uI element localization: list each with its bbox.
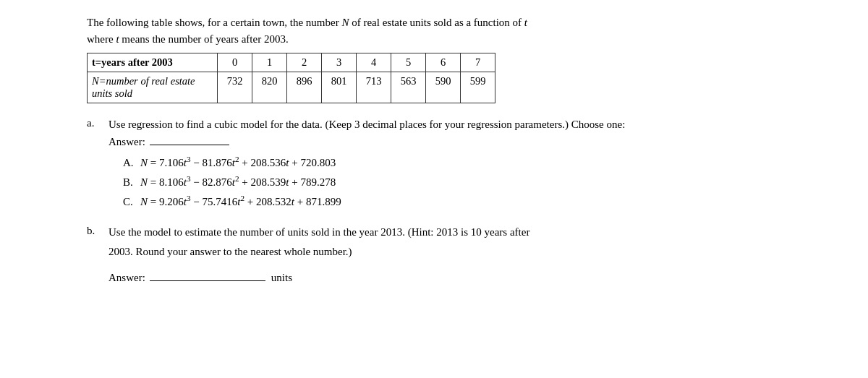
part-b-units: units (271, 272, 292, 284)
table-N4: 713 (357, 72, 391, 103)
table-N6: 590 (426, 72, 461, 103)
intro-line2rest: means the number of years after 2003. (119, 33, 289, 45)
table-t6: 6 (426, 53, 461, 72)
table-t3: 3 (322, 53, 357, 72)
table-N1: 820 (252, 72, 287, 103)
part-b-text1: Use the model to estimate the number of … (109, 224, 846, 241)
table-t1: 1 (252, 53, 287, 72)
part-a-answer-blank[interactable] (150, 145, 229, 145)
intro-line1: The following table shows, for a certain… (87, 17, 341, 28)
table-header-label: t=years after 2003 (88, 53, 218, 72)
part-a-content: Use regression to find a cubic model for… (109, 116, 846, 211)
table-N0: 732 (218, 72, 252, 103)
intro-t: t (524, 17, 527, 28)
table-N-label: N=number of real estate units sold (88, 72, 218, 103)
table-t4: 4 (357, 53, 391, 72)
part-b-answer-label: Answer: (109, 272, 145, 284)
intro-N: N (341, 17, 349, 28)
part-b-answer-row: Answer: units (109, 272, 846, 284)
choice-b-letter: B. (123, 173, 140, 192)
table-t0: 0 (218, 53, 252, 72)
part-b-content: Use the model to estimate the number of … (109, 224, 846, 289)
part-a-text: Use regression to find a cubic model for… (109, 116, 846, 133)
part-b-answer-blank[interactable] (150, 280, 265, 281)
part-b: b. Use the model to estimate the number … (87, 224, 846, 289)
table-t2: 2 (287, 53, 322, 72)
choice-c-row: C. N = 9.206t3 − 75.7416t2 + 208.532t + … (123, 192, 846, 211)
part-a-answer-row: Answer: (109, 136, 846, 148)
choice-a-row: A. N = 7.106t3 − 81.876t2 + 208.536t + 7… (123, 153, 846, 172)
choice-b-row: B. N = 8.106t3 − 82.876t2 + 208.539t + 7… (123, 172, 846, 192)
choice-b-eq: N = 8.106t3 − 82.876t2 + 208.539t + 789.… (140, 172, 336, 192)
table-t7: 7 (461, 53, 495, 72)
intro-paragraph: The following table shows, for a certain… (87, 14, 846, 47)
table-N7: 599 (461, 72, 495, 103)
choice-a-eq: N = 7.106t3 − 81.876t2 + 208.536t + 720.… (140, 153, 336, 172)
data-table: t=years after 2003 0 1 2 3 4 5 6 7 N=num… (87, 53, 495, 103)
choices-list: A. N = 7.106t3 − 81.876t2 + 208.536t + 7… (109, 153, 846, 210)
table-N3: 801 (322, 72, 357, 103)
choice-c-eq: N = 9.206t3 − 75.7416t2 + 208.532t + 871… (140, 192, 341, 211)
table-units-label: units sold (92, 87, 132, 99)
part-a-letter: a. (87, 116, 109, 129)
table-N5: 563 (391, 72, 426, 103)
choice-a-letter: A. (123, 154, 140, 172)
part-b-text2: 2003. Round your answer to the nearest w… (109, 244, 846, 260)
part-a-answer-label: Answer: (109, 136, 145, 148)
intro-line2: where (87, 33, 116, 45)
part-b-letter: b. (87, 224, 109, 237)
part-a: a. Use regression to find a cubic model … (87, 116, 846, 211)
intro-of: of real estate units sold as a function … (349, 17, 524, 28)
table-N-label-text: N=number of real estate (92, 75, 195, 87)
table-t5: 5 (391, 53, 426, 72)
choice-c-letter: C. (123, 193, 140, 211)
table-N2: 896 (287, 72, 322, 103)
